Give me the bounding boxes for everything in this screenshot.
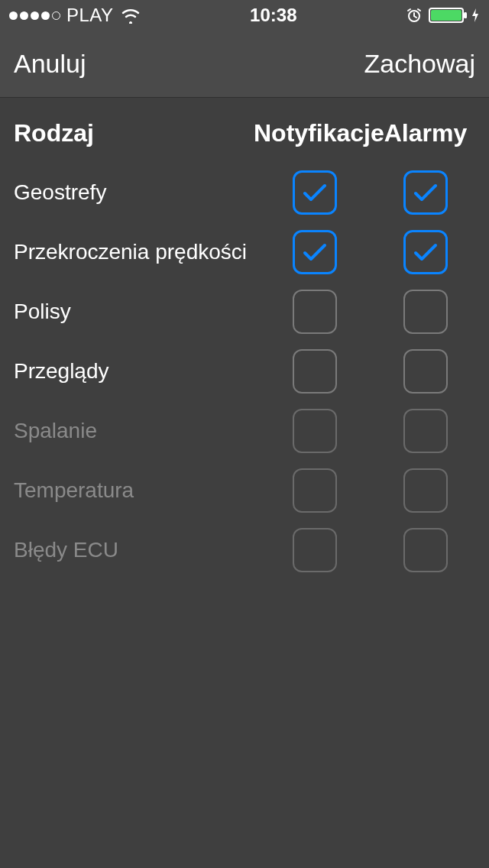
nav-bar: Anuluj Zachowaj xyxy=(0,31,489,98)
signal-strength-icon xyxy=(9,11,60,20)
alarm-checkbox xyxy=(403,409,448,453)
cancel-button[interactable]: Anuluj xyxy=(14,49,86,79)
save-button[interactable]: Zachowaj xyxy=(364,49,475,79)
battery-icon xyxy=(429,7,480,24)
header-alarms: Alarmy xyxy=(376,119,475,147)
settings-row: Temperatura xyxy=(0,461,489,520)
notify-checkbox xyxy=(293,528,337,572)
row-label: Temperatura xyxy=(14,478,254,503)
alarm-checkbox[interactable] xyxy=(403,170,448,215)
alarm-checkbox[interactable] xyxy=(403,230,448,274)
notify-checkbox[interactable] xyxy=(293,230,337,274)
settings-content: Rodzaj Notyfikacje Alarmy GeostrefyPrzek… xyxy=(0,98,489,868)
alarm-checkbox[interactable] xyxy=(403,290,448,334)
alarm-checkbox xyxy=(403,468,448,513)
notify-checkbox[interactable] xyxy=(293,349,337,394)
row-label: Błędy ECU xyxy=(14,538,254,562)
clock-time: 10:38 xyxy=(250,5,296,26)
svg-rect-3 xyxy=(464,12,467,18)
alarm-icon xyxy=(406,7,423,24)
alarm-checkbox xyxy=(403,528,448,572)
row-label: Polisy xyxy=(14,300,254,324)
settings-row: Przekroczenia prędkości xyxy=(0,222,489,282)
alarm-checkbox[interactable] xyxy=(403,349,448,394)
notify-checkbox xyxy=(293,409,337,453)
status-bar: PLAY 10:38 xyxy=(0,0,489,31)
settings-row: Błędy ECU xyxy=(0,520,489,580)
row-label: Przeglądy xyxy=(14,359,254,384)
carrier-label: PLAY xyxy=(66,5,114,26)
wifi-icon xyxy=(120,7,141,24)
row-label: Spalanie xyxy=(14,419,254,443)
notify-checkbox[interactable] xyxy=(293,170,337,215)
row-label: Geostrefy xyxy=(14,180,254,205)
charging-icon xyxy=(471,7,480,24)
settings-row: Geostrefy xyxy=(0,163,489,222)
header-type: Rodzaj xyxy=(14,119,254,147)
notify-checkbox xyxy=(293,468,337,513)
column-headers: Rodzaj Notyfikacje Alarmy xyxy=(0,98,489,163)
notify-checkbox[interactable] xyxy=(293,290,337,334)
header-notifications: Notyfikacje xyxy=(254,119,376,147)
settings-row: Spalanie xyxy=(0,401,489,461)
settings-row: Polisy xyxy=(0,282,489,342)
settings-row: Przeglądy xyxy=(0,342,489,401)
svg-rect-2 xyxy=(431,10,461,21)
row-label: Przekroczenia prędkości xyxy=(14,240,254,264)
